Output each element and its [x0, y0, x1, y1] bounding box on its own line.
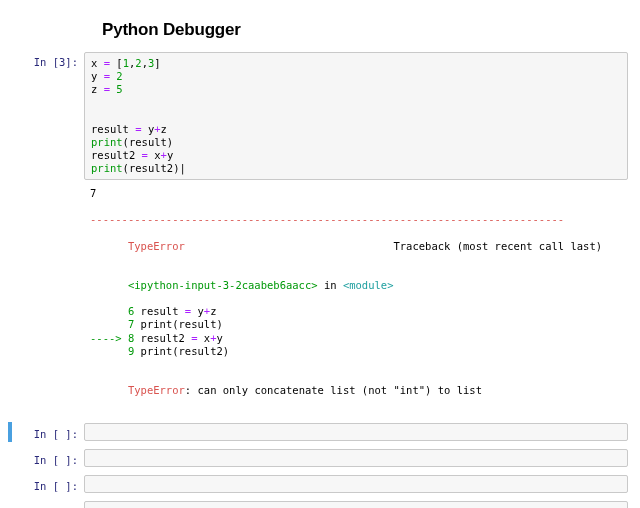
- code-line: x = [1,2,3]: [91, 57, 621, 70]
- traceback-rule: ----------------------------------------…: [90, 213, 622, 226]
- code-line: result2 = x+y: [91, 149, 621, 162]
- code-input-empty[interactable]: [84, 501, 628, 508]
- stdout: 7: [90, 187, 622, 200]
- code-line: print(result2)|: [91, 162, 621, 175]
- page-title: Python Debugger: [102, 20, 628, 40]
- code-line: [91, 96, 621, 109]
- code-cell-empty[interactable]: In [ ]:: [12, 448, 628, 468]
- error-message: TypeError: can only concatenate list (no…: [90, 371, 622, 410]
- prompt-empty: In [ ]:: [12, 502, 84, 508]
- traceback-line: 9 print(result2): [90, 345, 622, 358]
- code-line: y = 2: [91, 70, 621, 83]
- prompt-in-3: In [3]:: [12, 52, 84, 69]
- code-cell-executed: In [3]: x = [1,2,3]y = 2z = 5 result = y…: [12, 52, 628, 180]
- code-input-empty[interactable]: [84, 449, 628, 467]
- traceback-line: 7 print(result): [90, 318, 622, 331]
- code-line: print(result): [91, 136, 621, 149]
- code-line: z = 5: [91, 83, 621, 96]
- code-cell-empty[interactable]: In [ ]:: [12, 474, 628, 494]
- code-cell-empty-selected[interactable]: In [ ]:: [8, 422, 628, 442]
- traceback-line: 6 result = y+z: [90, 305, 622, 318]
- code-cell-empty[interactable]: In [ ]:: [12, 500, 628, 508]
- code-input-empty[interactable]: [84, 423, 628, 441]
- prompt-empty: In [ ]:: [12, 424, 84, 441]
- code-line: result = y+z: [91, 123, 621, 136]
- traceback-source: <ipython-input-3-2caabeb6aacc> in <modul…: [90, 266, 622, 305]
- prompt-empty: In [ ]:: [12, 476, 84, 493]
- code-input-empty[interactable]: [84, 475, 628, 493]
- traceback-header: TypeError Traceback (most recent call la…: [90, 227, 622, 266]
- code-input-area[interactable]: x = [1,2,3]y = 2z = 5 result = y+zprint(…: [84, 52, 628, 180]
- prompt-empty: In [ ]:: [12, 450, 84, 467]
- traceback-line: ----> 8 result2 = x+y: [90, 332, 622, 345]
- code-line: [91, 110, 621, 123]
- output-area: 7 --------------------------------------…: [84, 184, 628, 416]
